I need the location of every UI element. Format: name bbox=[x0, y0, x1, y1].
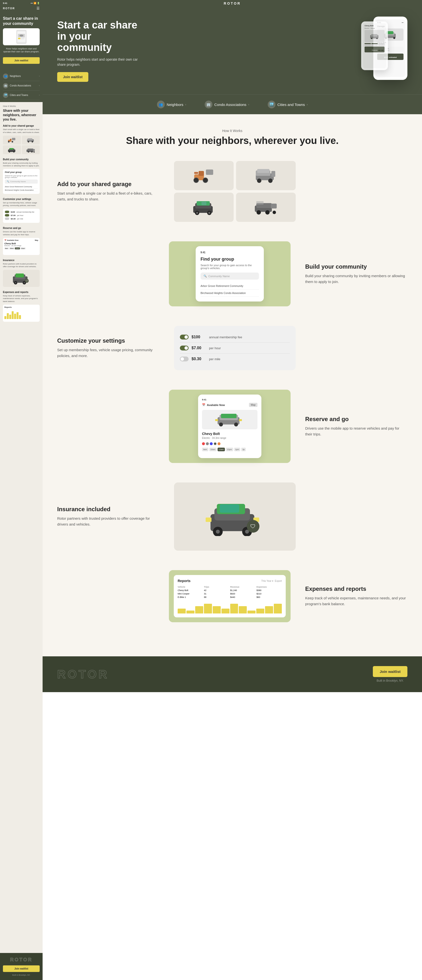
fgp-item-2[interactable]: Birchwood Heights Condo Association bbox=[200, 290, 259, 297]
toggle-knob-1 bbox=[184, 335, 188, 339]
feature-garage-text: Add to your shared garage Start small wi… bbox=[57, 181, 159, 202]
sidebar-item-condo[interactable]: 🏢 Condo Associations › bbox=[3, 81, 40, 91]
condo-chevron-icon: › bbox=[39, 84, 40, 87]
search-icon: 🔍 bbox=[7, 180, 9, 183]
setting-lbl-2: per hour bbox=[209, 346, 221, 350]
ts-10am[interactable]: 10am bbox=[209, 448, 217, 451]
sidebar-menu-button[interactable]: ☰ bbox=[36, 6, 40, 10]
bar-7 bbox=[19, 315, 21, 319]
feature-settings-desc: Set up membership fees, vehicle usage pr… bbox=[57, 347, 159, 359]
svg-rect-6 bbox=[21, 39, 24, 39]
feature-garage-title: Add to your shared garage bbox=[57, 181, 159, 188]
find-group-visual: 9:41 Find your group Search for your gro… bbox=[169, 241, 290, 306]
phone-2-detail: Electric · Range bbox=[365, 27, 384, 29]
bar-jul bbox=[230, 604, 238, 614]
svg-point-69 bbox=[265, 210, 270, 215]
insurance-car-main-svg: 🛡 bbox=[206, 497, 264, 536]
sidebar-settings-title: Customize your settings bbox=[3, 198, 40, 200]
nav-pill-neighbors[interactable]: 👥 Neighbors › bbox=[155, 100, 188, 109]
bar-feb bbox=[186, 611, 194, 614]
reserve-map-btn[interactable]: Map bbox=[249, 403, 257, 407]
ts-12pm[interactable]: 12pm bbox=[226, 448, 233, 451]
sidebar-setting-2: $7.00 per hour bbox=[5, 214, 38, 216]
row2-trips: 31 bbox=[204, 593, 229, 595]
sidebar-footer-cta[interactable]: Join waitlist bbox=[3, 966, 40, 972]
sidebar-item-cities[interactable]: 🏙️ Cities and Towns › bbox=[3, 91, 40, 100]
neighbors-chevron-icon: › bbox=[39, 75, 40, 77]
sidebar-available-now: 📅 Available Now bbox=[5, 239, 19, 241]
pill-condo-icon: 🏢 bbox=[205, 100, 213, 108]
sidebar-section-reports: Expenses and reports Keep track of vehic… bbox=[3, 291, 40, 322]
sidebar-cta-button[interactable]: Join waitlist bbox=[3, 57, 40, 64]
vehicle-grid-main bbox=[174, 161, 296, 222]
hero-title: Start a car share in your community bbox=[57, 19, 145, 53]
filter-export[interactable]: Export bbox=[275, 580, 282, 582]
hero-section: Start a car share in your community Roto… bbox=[43, 7, 422, 94]
sidebar-hiw-label: How It Works bbox=[3, 105, 40, 107]
feature-insurance-visual: 🛡 bbox=[174, 482, 296, 550]
svg-rect-87 bbox=[206, 517, 211, 522]
sidebar-item-neighbors[interactable]: 👥 Neighbors › bbox=[3, 72, 40, 81]
pill-cities-label: Cities and Towns bbox=[278, 103, 305, 107]
bar-mar bbox=[195, 606, 203, 614]
feature-settings-text: Customize your settings Set up membershi… bbox=[57, 337, 159, 359]
svg-point-63 bbox=[208, 212, 210, 214]
insurance-car-svg: 🛡 bbox=[12, 271, 31, 286]
row2-revenue: $920 bbox=[230, 593, 255, 595]
reserve-phone: 9:41 📅 Available Now Map bbox=[198, 395, 262, 458]
nav-pill-cities[interactable]: 🏙️ Cities and Towns › bbox=[266, 100, 309, 109]
ts-2p[interactable]: 2p bbox=[241, 448, 246, 451]
toggle-on-2[interactable] bbox=[180, 345, 189, 350]
bar-apr bbox=[204, 604, 212, 614]
svg-point-9 bbox=[8, 141, 10, 142]
ebike-svg bbox=[8, 137, 16, 143]
sidebar-reports-mock: Reports bbox=[3, 305, 40, 322]
svg-rect-82 bbox=[220, 504, 239, 513]
feature-reserve-text: Reserve and go Drivers use the mobile ap… bbox=[305, 416, 408, 437]
swatch-red bbox=[202, 442, 205, 445]
feature-garage-desc: Start small with a single car or build a… bbox=[57, 191, 159, 202]
cart-main-svg bbox=[254, 167, 278, 184]
hero-cta-button[interactable]: Join waitlist bbox=[57, 72, 88, 82]
vehicle-cell-truck bbox=[236, 192, 296, 222]
feature-settings-visual: $100 annual membership fee $7.00 per hou… bbox=[174, 326, 296, 370]
setting-val-3: $0.30 bbox=[192, 357, 206, 361]
sidebar-toggle-3 bbox=[5, 218, 9, 220]
phone-mockup-svg bbox=[12, 29, 31, 44]
ts-11am[interactable]: 11am bbox=[217, 448, 225, 451]
footer-cta-button[interactable]: Join waitlist bbox=[373, 666, 408, 677]
feature-reserve: Reserve and go Drivers use the mobile ap… bbox=[57, 390, 408, 463]
nav-pills: 👥 Neighbors › 🏢 Condo Associations › 🏙️ … bbox=[43, 94, 422, 114]
reports-screen: Reports This Year ▾ Export Vehicle Trips… bbox=[174, 575, 286, 617]
bar-nov bbox=[265, 606, 273, 614]
sidebar-section-insurance: Insurance Rotor partners with trusted pr… bbox=[3, 259, 40, 287]
sidebar-section-reserve: Reserve and go Drivers use the mobile ap… bbox=[3, 227, 40, 255]
svg-rect-67 bbox=[271, 204, 277, 208]
sidebar-fg-title: Find your group bbox=[5, 171, 38, 173]
nav-pill-condo[interactable]: 🏢 Condo Associations › bbox=[203, 100, 251, 109]
swatch-orange bbox=[217, 442, 221, 445]
filter-this-year[interactable]: This Year ▾ bbox=[262, 580, 273, 582]
col-header-revenue: Revenue bbox=[230, 586, 255, 588]
g-slot-1 bbox=[365, 43, 371, 44]
svg-rect-4 bbox=[18, 38, 21, 39]
bar-may bbox=[213, 606, 221, 614]
toggle-off-3[interactable] bbox=[180, 356, 189, 361]
svg-rect-22 bbox=[27, 148, 33, 151]
svg-rect-77 bbox=[215, 419, 218, 421]
phone-2-screen: Chevy Bolt Electric · Range bbox=[363, 23, 386, 68]
toggle-knob-3 bbox=[181, 357, 184, 361]
swatch-blue bbox=[210, 442, 213, 445]
row1-expenses: $380 bbox=[257, 589, 282, 592]
row2-vehicle: Mini Cooper bbox=[178, 593, 203, 595]
fgp-item-1[interactable]: Arbor Grove Retirement Community bbox=[200, 283, 259, 290]
ts-1pm[interactable]: 1pm bbox=[234, 448, 240, 451]
setting-val-2: $7.00 bbox=[192, 346, 206, 350]
sidebar-condo-label: Condo Associations bbox=[10, 84, 31, 87]
fgp-search-bar[interactable]: 🔍 Community Name bbox=[200, 272, 259, 280]
fgp-search-icon: 🔍 bbox=[203, 274, 207, 278]
hero-text: Start a car share in your community Roto… bbox=[57, 19, 145, 82]
ts-9am[interactable]: 9am bbox=[202, 448, 208, 451]
toggle-knob-2 bbox=[184, 346, 188, 350]
toggle-on-1[interactable] bbox=[180, 335, 189, 339]
